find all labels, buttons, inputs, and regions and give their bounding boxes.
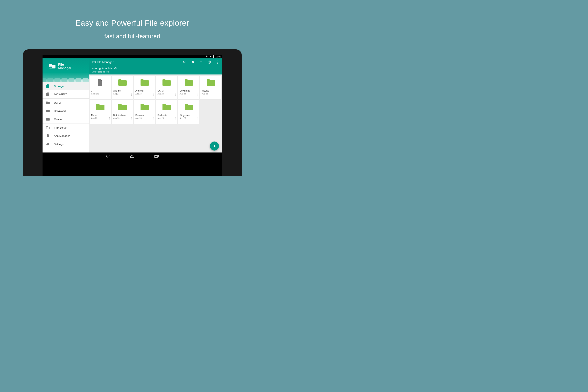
tile-name: Android xyxy=(134,90,155,92)
grid-tile[interactable]: PicturesAug 23 xyxy=(134,100,155,124)
grid-tile[interactable]: RingtonesAug 23 xyxy=(178,100,199,124)
tile-menu-icon[interactable] xyxy=(154,93,154,96)
overflow-menu-icon[interactable] xyxy=(216,60,219,64)
svg-point-47 xyxy=(176,118,176,119)
sidebar-item-label: Settings xyxy=(54,143,64,146)
svg-point-25 xyxy=(154,93,154,94)
folder-icon xyxy=(90,100,111,114)
tile-name: DCIM xyxy=(156,90,177,92)
folder-count: 10 Folders 0 Files xyxy=(92,70,219,73)
tile-menu-icon[interactable] xyxy=(198,93,198,96)
tile-menu-icon[interactable] xyxy=(131,118,132,121)
svg-point-50 xyxy=(198,118,198,119)
system-navbar xyxy=(42,152,222,160)
folder-icon xyxy=(200,76,221,90)
svg-point-19 xyxy=(217,60,218,61)
tile-menu-icon[interactable] xyxy=(176,118,176,121)
svg-rect-7 xyxy=(48,93,48,94)
sidebar-item-ftp-server[interactable]: FTP Server xyxy=(42,124,89,132)
svg-rect-11 xyxy=(47,136,47,136)
svg-point-24 xyxy=(131,95,132,96)
brand-line2: Manager xyxy=(58,66,71,70)
tile-subtitle: Aug 23 xyxy=(90,116,111,119)
svg-point-45 xyxy=(154,120,154,120)
svg-point-46 xyxy=(176,118,176,118)
svg-point-27 xyxy=(154,95,154,96)
svg-point-48 xyxy=(176,120,176,120)
home-button[interactable] xyxy=(130,154,135,158)
svg-rect-2 xyxy=(47,85,48,85)
tile-menu-icon[interactable] xyxy=(198,118,198,121)
sidebar-item-download[interactable]: Download xyxy=(42,107,89,115)
grid-tile[interactable]: NotificationsAug 23 xyxy=(112,100,133,124)
folder-icon xyxy=(46,118,50,121)
svg-point-49 xyxy=(198,118,198,118)
tile-name: .. xyxy=(90,90,111,92)
tablet-frame: 10:00 EX File Manager Storag xyxy=(23,50,242,176)
tile-subtitle: Aug 23 xyxy=(134,116,155,119)
sidebar-item-label: Storage xyxy=(54,85,64,88)
home-icon[interactable] xyxy=(191,60,195,64)
tile-subtitle: Aug 23 xyxy=(112,92,133,95)
grid-tile[interactable]: MusicAug 23 xyxy=(90,100,111,124)
svg-point-35 xyxy=(220,94,220,95)
sidebar-item-dcim[interactable]: DCIM xyxy=(42,98,89,107)
fab-add-button[interactable]: + xyxy=(210,142,219,150)
tile-name: Podcasts xyxy=(156,114,177,116)
sidebar-item-label: 1003-2E17 xyxy=(54,93,67,96)
file-grid: ..Go BackAlarmsAug 23AndroidAug 23DCIMAu… xyxy=(89,74,222,152)
tile-menu-icon[interactable] xyxy=(109,118,110,121)
sidebar-item-label: DCIM xyxy=(54,101,61,104)
svg-point-30 xyxy=(176,95,176,96)
ftp-icon xyxy=(46,126,50,129)
svg-point-40 xyxy=(131,118,132,118)
svg-point-29 xyxy=(176,94,176,95)
tile-name: Music xyxy=(90,114,111,116)
sidebar-item-storage[interactable]: Storage xyxy=(42,82,89,90)
svg-point-33 xyxy=(198,95,198,96)
grid-tile[interactable]: DownloadAug 23 xyxy=(178,76,199,99)
main-area: EX File Manager /storage/emulated/0 10 F… xyxy=(89,58,222,152)
grid-tile[interactable]: AndroidAug 23 xyxy=(134,76,155,99)
svg-point-21 xyxy=(217,63,218,64)
svg-point-15 xyxy=(184,61,185,63)
grid-tile[interactable]: PodcastsAug 23 xyxy=(156,100,177,124)
breadcrumb-path[interactable]: /storage/emulated/0 xyxy=(92,67,219,70)
toolbar-title: EX File Manager xyxy=(92,60,114,64)
svg-rect-18 xyxy=(200,63,201,63)
grid-tile[interactable]: AlarmsAug 23 xyxy=(112,76,133,99)
grid-tile[interactable]: ..Go Back xyxy=(90,76,111,99)
sidebar-item-movies[interactable]: Movies xyxy=(42,115,89,123)
sidebar-list: Storage1003-2E17DCIMDownloadMoviesFTP Se… xyxy=(42,82,89,148)
grid-tile[interactable]: DCIMAug 23 xyxy=(156,76,177,99)
folder-icon xyxy=(46,109,50,113)
sd-icon xyxy=(46,92,50,96)
tile-menu-icon[interactable] xyxy=(176,93,176,96)
tile-menu-icon[interactable] xyxy=(220,93,220,96)
sidebar-item-settings[interactable]: Settings xyxy=(42,140,89,148)
search-icon[interactable] xyxy=(183,60,186,64)
svg-point-22 xyxy=(131,93,132,94)
sidebar-item-label: Movies xyxy=(54,118,62,121)
sidebar-item-1003-2e17[interactable]: 1003-2E17 xyxy=(42,90,89,98)
tile-menu-icon[interactable] xyxy=(131,93,132,96)
svg-point-41 xyxy=(131,118,132,119)
grid-tile[interactable]: MoviesAug 23 xyxy=(200,76,221,99)
folder-icon xyxy=(178,76,199,90)
sidebar-item-app-manager[interactable]: App Manager xyxy=(42,132,89,140)
sort-icon[interactable] xyxy=(199,60,203,64)
folder-icon xyxy=(156,76,177,90)
tile-menu-icon[interactable] xyxy=(154,118,154,121)
folder-icon xyxy=(46,101,50,104)
svg-point-36 xyxy=(220,95,220,96)
svg-text:EX: EX xyxy=(50,67,52,68)
back-button[interactable] xyxy=(106,154,110,158)
folder-icon xyxy=(156,100,177,114)
recents-button[interactable] xyxy=(154,154,159,158)
svg-point-37 xyxy=(109,118,110,118)
history-icon[interactable] xyxy=(208,60,211,64)
folder-icon xyxy=(134,76,155,90)
folder-icon xyxy=(112,100,133,114)
tile-name: Pictures xyxy=(134,114,155,116)
svg-rect-6 xyxy=(48,93,48,94)
